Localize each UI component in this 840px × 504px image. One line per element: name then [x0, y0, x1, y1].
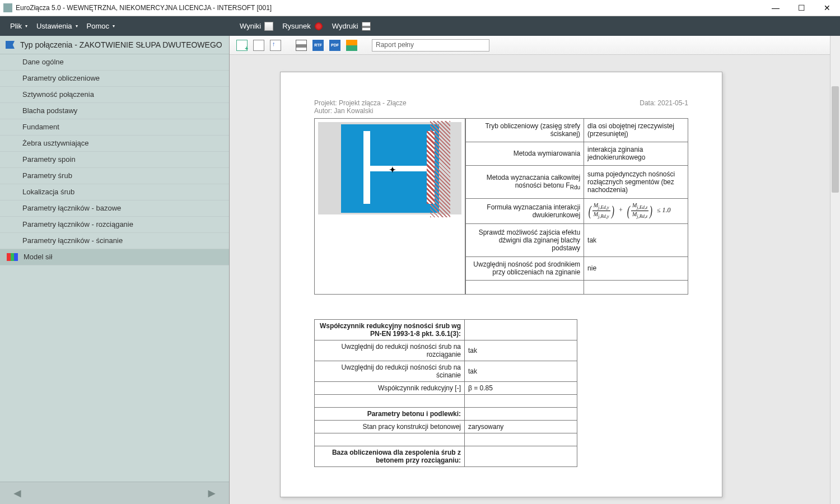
export-rtf-button[interactable]: RTF: [312, 40, 324, 51]
t1-r1-value: interakcja zginania jednokierunkowego: [584, 142, 688, 165]
doc-button[interactable]: [253, 40, 264, 51]
sidebar: Typ połączenia - ZAKOTWIENIE SŁUPA DWUTE…: [0, 36, 230, 504]
doc-export-button[interactable]: [270, 40, 281, 51]
nav-next-button[interactable]: ►: [206, 486, 218, 501]
flag-icon: [6, 41, 15, 49]
menu-help[interactable]: Pomoc▾: [82, 16, 119, 36]
new-doc-button[interactable]: [236, 40, 248, 51]
t1-empty-l: [466, 280, 584, 294]
print-icon: [362, 22, 371, 31]
t1-r3-label: Formuła wyznaczania interakcji dwukierun…: [466, 198, 584, 224]
menu-file[interactable]: Plik▾: [6, 16, 32, 36]
t2b-r0-l: Stan pracy konstrukcji betonowej: [315, 421, 465, 433]
t1-r0-value: dla osi obojętnej rzeczywistej (przesuni…: [584, 119, 688, 142]
t1-r2-label: Metoda wyznaczania całkowitej nośności b…: [466, 165, 584, 198]
t1-r5-value: nie: [584, 256, 688, 280]
sidebar-item-laczniki-bazowe[interactable]: Parametry łączników - bazowe: [0, 200, 229, 217]
t2-r2-v: β = 0.85: [465, 382, 577, 395]
sidebar-item-model-sil[interactable]: Model sił: [0, 249, 229, 265]
menu-printouts[interactable]: Wydruki: [328, 16, 375, 36]
sidebar-header-label: Typ połączenia - ZAKOTWIENIE SŁUPA DWUTE…: [20, 40, 222, 49]
report-type-dropdown[interactable]: Raport pełny: [372, 39, 489, 52]
menu-results[interactable]: Wyniki: [235, 16, 278, 36]
menu-drawing[interactable]: Rysunek: [278, 16, 328, 36]
t2-r1-v: tak: [465, 361, 577, 382]
titlebar: EuroZłącza 5.0 - WEWNĘTRZNA, NIEKOMERCYJ…: [0, 0, 840, 16]
t2-hdr-r: [465, 320, 577, 340]
author-value: Jan Kowalski: [334, 107, 373, 115]
sidebar-item-spoiny[interactable]: Parametry spoin: [0, 152, 229, 168]
t2b-hdr-r: [465, 408, 577, 421]
t1-r3-value: (Mj,Ed,yMj,Rd,y) + (Mj,Ed,zMj,Rd,z) ≤ 1.…: [584, 198, 688, 224]
print-button[interactable]: [296, 40, 307, 51]
sidebar-item-fundament[interactable]: Fundament: [0, 119, 229, 136]
t1-empty-r: [584, 280, 688, 294]
t2-gap-l: [315, 395, 465, 408]
sidebar-item-blacha[interactable]: Blacha podstawy: [0, 103, 229, 119]
model-icon: [7, 253, 18, 261]
t2c-hdr-r: [465, 446, 577, 467]
parameters-table-1: Tryb obliczeniowy (zasięg strefy ściskan…: [465, 118, 688, 295]
app-icon: [3, 3, 12, 12]
steel-diagram: ✦: [341, 124, 439, 213]
t2-r1-l: Uwzględnij do redukcji nośności śrub na …: [315, 361, 465, 382]
t2-r0-v: tak: [465, 340, 577, 361]
sidebar-item-parametry-obliczeniowe[interactable]: Parametry obliczeniowe: [0, 71, 229, 87]
sidebar-item-sztywnosc[interactable]: Sztywność połączenia: [0, 87, 229, 103]
date-value: 2021-05-1: [657, 99, 688, 107]
t2b-hdr: Parametry betonu i podlewki:: [315, 408, 465, 421]
author-label: Autor:: [314, 107, 332, 115]
t1-r5-label: Uwzględnij nośność pod środnikiem przy o…: [466, 256, 584, 280]
sidebar-item-dane-ogolne[interactable]: Dane ogólne: [0, 54, 229, 71]
page-viewport: Projekt: Projekt złącza - Złącze Autor: …: [230, 55, 840, 504]
menu-settings[interactable]: Ustawienia▾: [32, 16, 82, 36]
t1-r2-value: suma pojedynczych nośności rozłącznych s…: [584, 165, 688, 198]
vertical-scrollbar[interactable]: [830, 36, 840, 504]
t1-r1-label: Metoda wymiarowania: [466, 142, 584, 165]
window-title: EuroZłącza 5.0 - WEWNĘTRZNA, NIEKOMERCYJ…: [16, 4, 763, 12]
t2b-gap-r: [465, 433, 577, 446]
export-image-button[interactable]: [346, 40, 357, 51]
sidebar-item-label: Model sił: [24, 253, 52, 262]
t2c-hdr: Baza obliczeniowa dla zespolenia śrub z …: [315, 446, 465, 467]
close-button[interactable]: ✕: [814, 0, 840, 16]
maximize-button[interactable]: ☐: [788, 0, 814, 16]
t1-r4-value: tak: [584, 224, 688, 257]
project-value: Projekt złącza - Złącze: [339, 99, 407, 107]
t2b-gap-l: [315, 433, 465, 446]
sidebar-item-lokalizacja-srub[interactable]: Lokalizacja śrub: [0, 184, 229, 200]
sidebar-item-laczniki-rozc[interactable]: Parametry łączników - rozciąganie: [0, 217, 229, 233]
t2-r2-l: Współczynnik redukcyjny [-]: [315, 382, 465, 395]
nav-prev-button[interactable]: ◄: [11, 486, 24, 501]
t2b-r0-v: zarysowany: [465, 421, 577, 433]
report-page: Projekt: Projekt złącza - Złącze Autor: …: [280, 72, 722, 497]
draw-icon: [314, 22, 323, 31]
sidebar-item-laczniki-scin[interactable]: Parametry łączników - ścinanie: [0, 233, 229, 249]
window-controls: — ☐ ✕: [763, 0, 840, 16]
t2-hdr: Współczynnik redukcyjny nośności śrub wg…: [315, 320, 465, 340]
chart-icon: [264, 22, 273, 31]
date-label: Data:: [640, 99, 656, 107]
project-label: Projekt:: [314, 99, 337, 107]
report-toolbar: RTF PDF Raport pełny: [230, 36, 840, 55]
sidebar-item-sruby[interactable]: Parametry śrub: [0, 168, 229, 184]
t2-gap-r: [465, 395, 577, 408]
t2-r0-l: Uwzględnij do redukcji nośności śrub na …: [315, 340, 465, 361]
diagram-box: ✦: [314, 118, 465, 295]
export-pdf-button[interactable]: PDF: [329, 40, 340, 51]
sidebar-header[interactable]: Typ połączenia - ZAKOTWIENIE SŁUPA DWUTE…: [0, 36, 229, 54]
sidebar-footer: ◄ ►: [0, 482, 229, 504]
scrollbar-thumb[interactable]: [832, 86, 839, 193]
menubar: Plik▾ Ustawienia▾ Pomoc▾ Wyniki Rysunek …: [0, 16, 840, 36]
t1-r0-label: Tryb obliczeniowy (zasięg strefy ściskan…: [466, 119, 584, 142]
content-area: RTF PDF Raport pełny Projekt: Projekt zł…: [230, 36, 840, 504]
minimize-button[interactable]: —: [763, 0, 788, 16]
sidebar-item-zebra[interactable]: Żebra usztywniające: [0, 136, 229, 152]
parameters-table-2: Współczynnik redukcyjny nośności śrub wg…: [314, 319, 577, 467]
t1-r4-label: Sprawdź możliwość zajścia efektu dźwigni…: [466, 224, 584, 257]
